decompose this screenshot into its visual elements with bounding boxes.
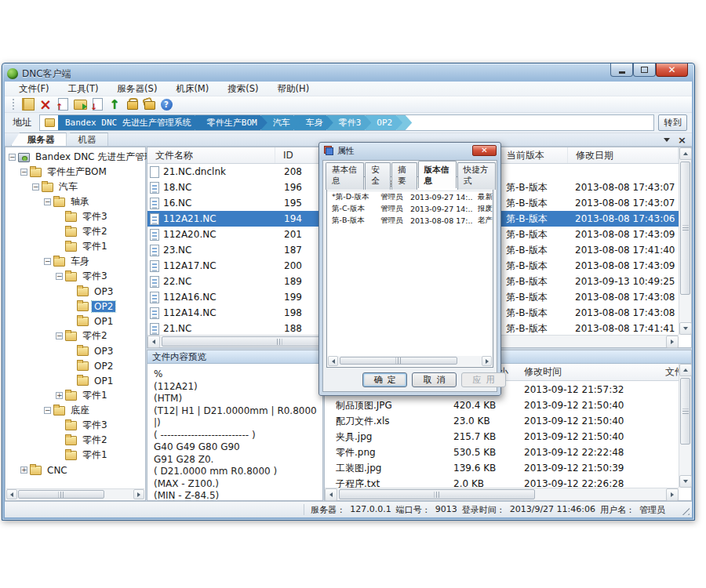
column-header-version[interactable]: 当前版本 bbox=[499, 147, 568, 163]
scroll-down-icon[interactable] bbox=[679, 322, 692, 335]
menu-item[interactable]: 文件(F) bbox=[9, 82, 59, 96]
attachment-row[interactable]: 夹具.jpg 215.7 KB 2013-09-12 21:50:40 bbox=[325, 429, 679, 445]
menu-item[interactable]: 机床(M) bbox=[166, 82, 218, 96]
attachment-row[interactable]: 子程序.txt 2.0 KB 2013-09-12 22:26:28 bbox=[325, 476, 679, 488]
tree-item[interactable]: CNC bbox=[5, 463, 145, 477]
help-icon[interactable] bbox=[159, 97, 173, 111]
version-row[interactable]: 第-C-版本 管理员 2013-09-27 14:... 报废 bbox=[327, 203, 493, 215]
checkout-icon[interactable] bbox=[90, 97, 104, 111]
version-row[interactable]: 第-B-版本 管理员 2013-08-08 17:... 老产品程序 bbox=[327, 215, 493, 227]
dialog-tab[interactable]: 基本信息 bbox=[326, 162, 364, 190]
unlock-icon[interactable] bbox=[142, 97, 156, 111]
tree-item[interactable]: OP3 bbox=[5, 343, 145, 358]
column-header-time[interactable]: 修改时间 bbox=[513, 364, 662, 380]
tree-expander-icon[interactable] bbox=[44, 198, 51, 205]
tree-expander-icon[interactable] bbox=[56, 392, 63, 399]
tree-item[interactable]: OP2 bbox=[5, 358, 145, 373]
attachment-row[interactable]: 工装图.jpg 139.6 KB 2013-09-12 21:50:39 bbox=[325, 460, 679, 476]
minimize-button[interactable] bbox=[610, 64, 633, 77]
tree-expander-icon[interactable] bbox=[20, 169, 27, 176]
apply-button[interactable]: 应用 bbox=[461, 372, 506, 387]
upload-icon[interactable] bbox=[107, 97, 122, 111]
breadcrumb-segment[interactable]: 零件生产BOM bbox=[195, 115, 267, 131]
tree-expander-icon[interactable] bbox=[44, 407, 51, 414]
menu-item[interactable]: 帮助(H) bbox=[268, 82, 319, 96]
open-folder-icon[interactable] bbox=[73, 97, 87, 111]
tree-item[interactable]: OP1 bbox=[5, 373, 145, 388]
tree-item[interactable]: 零件3 bbox=[5, 209, 145, 224]
scroll-left-icon[interactable] bbox=[325, 488, 337, 501]
scroll-down-icon[interactable] bbox=[679, 475, 692, 488]
tree-expander-icon[interactable] bbox=[44, 258, 51, 265]
dialog-tab[interactable]: 快捷方式 bbox=[457, 162, 496, 190]
tree-item[interactable]: 汽车 bbox=[5, 180, 145, 194]
column-header-name[interactable]: 文件名称 bbox=[147, 147, 275, 163]
scroll-right-icon[interactable] bbox=[482, 356, 492, 366]
dialog-tab[interactable]: 摘要 bbox=[391, 162, 417, 190]
dialog-scroll-thumb[interactable] bbox=[340, 357, 457, 365]
tree-expander-icon[interactable] bbox=[56, 273, 63, 280]
tree-item[interactable]: 轴承 bbox=[5, 194, 145, 209]
tree-item[interactable]: Bandex DNC 先进生产管理系统 bbox=[5, 150, 145, 165]
tree-item[interactable]: 零件1 bbox=[5, 239, 145, 254]
address-input[interactable]: Bandex DNC 先进生产管理系统零件生产BOM汽车车身零件3OP2 bbox=[39, 114, 654, 131]
tree-horizontal-scrollbar[interactable] bbox=[6, 488, 144, 499]
view-tab[interactable]: 机器 bbox=[62, 132, 108, 146]
menu-item[interactable]: 工具(T) bbox=[59, 82, 108, 96]
tree-item[interactable]: 零件3 bbox=[5, 418, 145, 433]
file-list-vertical-scrollbar[interactable] bbox=[679, 147, 691, 335]
scroll-left-icon[interactable] bbox=[147, 336, 160, 348]
tree-item[interactable]: OP2 bbox=[5, 299, 145, 314]
tree-item[interactable]: 车身 bbox=[5, 254, 145, 269]
title-bar[interactable]: DNC客户端 bbox=[7, 66, 71, 82]
tree-item[interactable]: 零件2 bbox=[5, 224, 145, 239]
tree-item[interactable]: 底座 bbox=[5, 403, 145, 418]
attachments-scroll-thumb[interactable] bbox=[680, 378, 690, 445]
new-document-icon[interactable] bbox=[21, 97, 35, 111]
tree-item[interactable]: 零件2 bbox=[5, 433, 145, 448]
dialog-close-button[interactable]: ✕ bbox=[472, 145, 497, 156]
dialog-tab[interactable]: 版本信息 bbox=[418, 161, 457, 188]
scroll-right-icon[interactable] bbox=[666, 336, 679, 348]
dialog-horizontal-scrollbar[interactable] bbox=[328, 356, 492, 366]
dialog-tab[interactable]: 安全 bbox=[365, 162, 391, 190]
go-button[interactable]: 转到 bbox=[658, 114, 687, 131]
attachments-horizontal-scrollbar[interactable] bbox=[325, 488, 679, 500]
tree-expander-icon[interactable] bbox=[56, 332, 63, 339]
scroll-right-icon[interactable] bbox=[133, 489, 144, 499]
maximize-button[interactable] bbox=[633, 64, 656, 77]
scroll-left-icon[interactable] bbox=[6, 489, 17, 499]
attachment-row[interactable]: 配刀文件.xls 23.0 KB 2013-09-12 21:50:40 bbox=[325, 413, 679, 429]
tree-item[interactable]: OP1 bbox=[5, 314, 145, 328]
resize-grip-icon[interactable] bbox=[680, 506, 690, 515]
attachment-row[interactable]: 制品顶图.JPG 420.4 KB 2013-09-12 21:50:40 bbox=[325, 397, 679, 413]
tree-item[interactable]: 零件3 bbox=[5, 269, 145, 284]
pane-dropdown-icon[interactable] bbox=[664, 138, 670, 142]
tree-item[interactable]: 零件生产BOM bbox=[5, 165, 145, 180]
scroll-up-icon[interactable] bbox=[679, 147, 692, 160]
tree-expander-icon[interactable] bbox=[9, 154, 16, 161]
column-header-file[interactable]: 文件(& bbox=[662, 364, 679, 380]
menu-item[interactable]: 服务器(S) bbox=[108, 82, 167, 96]
attachments-vertical-scrollbar[interactable] bbox=[679, 364, 691, 488]
tree-item[interactable]: OP3 bbox=[5, 284, 145, 299]
toolbar-grip[interactable] bbox=[13, 99, 15, 110]
scroll-left-icon[interactable] bbox=[328, 356, 338, 366]
attachments-hscroll-thumb[interactable] bbox=[339, 489, 535, 499]
column-header-id[interactable]: ID bbox=[275, 147, 320, 163]
breadcrumb-segment[interactable]: 零件3 bbox=[327, 115, 372, 131]
cancel-button[interactable]: 取消 bbox=[412, 372, 457, 387]
view-tab[interactable]: 服务器 bbox=[11, 132, 67, 146]
scroll-right-icon[interactable] bbox=[666, 488, 679, 501]
lock-icon[interactable] bbox=[125, 97, 139, 111]
ok-button[interactable]: 确定 bbox=[362, 372, 407, 387]
checkin-icon[interactable] bbox=[56, 97, 70, 111]
tree-scroll-thumb[interactable] bbox=[18, 490, 104, 499]
menu-item[interactable]: 搜索(S) bbox=[218, 82, 267, 96]
tree-expander-icon[interactable] bbox=[20, 466, 27, 474]
attachment-row[interactable]: 零件.png 530.5 KB 2013-09-12 22:22:48 bbox=[325, 445, 679, 460]
file-list-scroll-thumb[interactable] bbox=[680, 162, 690, 295]
breadcrumb-segment[interactable]: Bandex DNC 先进生产管理系统 bbox=[58, 115, 202, 131]
close-button[interactable]: ✕ bbox=[656, 64, 688, 77]
pane-close-icon[interactable]: × bbox=[678, 135, 686, 145]
